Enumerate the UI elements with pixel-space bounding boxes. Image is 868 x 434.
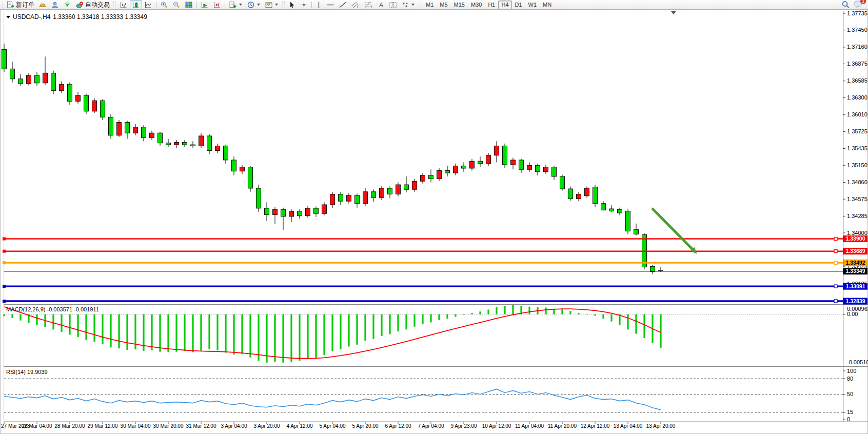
macd-bar [512,305,514,314]
down-candle [445,171,450,173]
time-tick-label: 4 Apr 12:00 [286,423,313,429]
timeframe-m5-button[interactable]: M5 [437,1,450,9]
price-badge-label: 1.33349 [846,268,865,274]
macd-bar [627,314,628,330]
macd-bar [85,314,87,340]
hline-right-handle[interactable] [834,237,837,240]
zoom-in-button[interactable] [158,0,170,10]
hline-right-handle[interactable] [834,261,837,264]
arrows-button[interactable] [399,0,417,10]
svg-text:E: E [357,5,360,8]
channel-button[interactable]: E [349,0,362,10]
chart-shift-button[interactable] [211,0,223,10]
hline-right-handle[interactable] [834,285,837,288]
macd-bar [397,314,399,331]
horizontal-line-1.33689[interactable] [3,250,843,253]
down-candle [224,146,228,160]
market-watch-button[interactable] [36,0,49,10]
down-candle [10,69,15,78]
time-tick-label: 31 Mar 12:00 [186,423,216,429]
cursor-button[interactable] [286,0,298,10]
text-button[interactable]: A [376,0,387,10]
notifications-button[interactable]: 1 [854,1,863,9]
fibonacci-button[interactable]: F [362,0,376,10]
macd-bar [52,314,54,330]
timeframe-d1-button[interactable]: D1 [512,1,525,9]
down-candle [257,188,261,208]
price-tick-label: 1.35725 [847,128,867,134]
tile-windows-icon [185,1,193,9]
toolbar-grip [113,2,116,8]
up-candle [577,194,581,199]
macd-bar [225,314,226,353]
vertical-line-button[interactable] [313,0,324,10]
autotrade-button[interactable]: 自动交易 [73,0,112,10]
text-label-button[interactable]: T [387,0,399,10]
symbol-dropdown-icon[interactable] [6,16,10,18]
hline-right-handle[interactable] [834,300,837,303]
macd-bar [430,314,431,323]
macd-bar [381,314,382,336]
tile-windows-button[interactable] [183,0,195,10]
time-tick-label: 28 Mar 20:00 [55,423,85,429]
down-candle [142,127,146,138]
templates-button[interactable] [263,0,281,10]
chart-window-border [1,10,868,434]
candlestick-chart-button[interactable] [130,0,142,10]
search-button[interactable] [841,1,850,9]
price-tick-label: 1.34000 [847,230,867,236]
up-candle [363,192,368,204]
community-button[interactable] [49,0,61,10]
timeframe-h1-button[interactable]: H1 [485,1,498,9]
toolbar-right-icons: 1 [841,1,868,9]
trendline-button[interactable] [337,0,349,10]
hline-left-handle[interactable] [3,285,6,288]
hline-left-handle[interactable] [3,261,6,264]
hline-left-handle[interactable] [3,250,6,253]
horizontal-line-1.33900[interactable] [3,237,843,240]
timeframe-w1-button[interactable]: W1 [525,1,540,9]
timeframe-group: M1M5M15M30H1H4D1W1MN [423,1,555,9]
bar-chart-button[interactable] [117,0,130,10]
price-tick-label: 1.35150 [847,162,867,168]
time-tick-label: 13 Apr 04:00 [614,423,643,429]
trend-arrow-annotation[interactable] [652,208,697,254]
signals-button[interactable] [61,0,73,10]
macd-bar [249,314,251,358]
crosshair-button[interactable] [298,0,310,10]
horizontal-line-button[interactable] [324,0,337,10]
macd-bar [315,314,317,358]
horizontal-line-1.33091[interactable] [3,285,843,288]
hline-left-handle[interactable] [3,300,6,303]
hline-right-handle[interactable] [834,250,837,253]
rsi-tick-label: 50 [847,391,853,397]
down-candle [601,204,606,210]
periods-button[interactable] [245,0,263,10]
macd-bar [151,314,152,350]
auto-scroll-button[interactable] [199,0,211,10]
arrows-dropdown-caret [411,4,415,6]
price-axis-badges: 1.339001.336891.334921.333491.330911.328… [843,235,867,305]
timeframe-m30-button[interactable]: M30 [468,1,485,9]
hline-left-handle[interactable] [3,237,6,240]
horizontal-line-1.33492[interactable] [3,261,843,264]
chart-canvas[interactable]: 27 Mar 202328 Mar 04:0028 Mar 20:0029 Ma… [0,0,868,434]
chart-shift-marker[interactable] [671,11,676,14]
line-chart-button[interactable] [142,0,154,10]
timeframe-h4-button[interactable]: H4 [498,1,511,9]
macd-bar [102,314,103,344]
horizontal-line-1.32839[interactable] [3,300,843,303]
up-candle [412,181,417,189]
zoom-out-button[interactable] [170,0,183,10]
indicators-button[interactable] [227,0,245,10]
timeframe-mn-button[interactable]: MN [540,1,555,9]
down-candle [207,136,212,151]
timeframe-m1-button[interactable]: M1 [423,1,437,9]
new-order-button[interactable]: 新订单 [5,0,36,10]
line-chart-icon [144,1,152,9]
toolbar-separator [3,2,3,8]
templates-dropdown-caret [275,4,278,6]
templates-icon [265,1,273,9]
timeframe-m15-button[interactable]: M15 [451,1,468,9]
down-candle [503,146,507,165]
